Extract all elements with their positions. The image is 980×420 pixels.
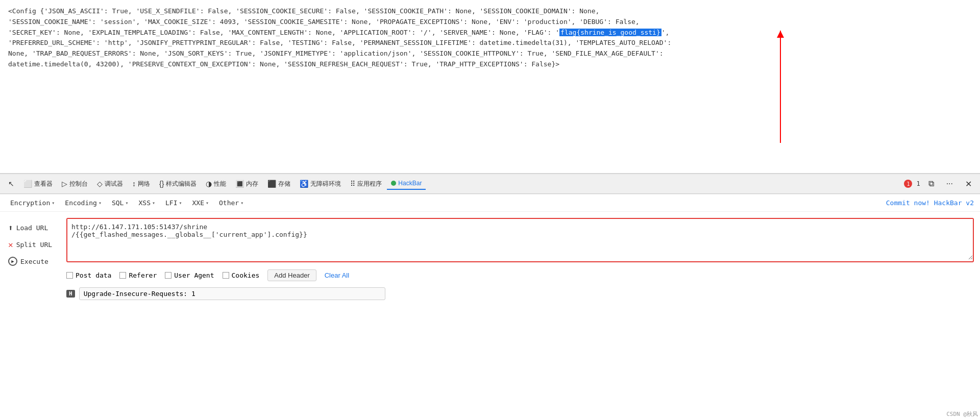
referer-option[interactable]: Referer [119, 271, 157, 279]
encoding-arrow-icon: ▾ [99, 200, 102, 206]
text-line4: 'PREFERRED_URL_SCHEME': 'http', 'JSONIFY… [8, 39, 671, 46]
inspector-label: 查看器 [34, 180, 53, 188]
header-input[interactable] [79, 287, 385, 300]
sql-arrow-icon: ▾ [125, 200, 128, 206]
accessibility-icon: ♿ [300, 180, 308, 188]
post-data-checkbox[interactable] [66, 272, 73, 279]
encryption-arrow-icon: ▾ [52, 200, 55, 206]
text-line3-after: ', [662, 29, 670, 36]
more-tools-button[interactable]: ··· [942, 177, 957, 190]
split-url-icon: ✕ [8, 240, 13, 250]
memory-icon: 🔳 [235, 180, 244, 188]
responsive-design-button[interactable]: ⧉ [924, 177, 938, 190]
hackbar-tab[interactable]: HackBar [387, 178, 426, 190]
add-header-button[interactable]: Add Header [267, 269, 316, 281]
text-line6: datetime.timedelta(0, 43200), 'PRESERVE_… [8, 60, 559, 68]
memory-tab[interactable]: 🔳 内存 [231, 178, 262, 190]
console-tab[interactable]: ▷ 控制台 [58, 178, 92, 190]
style-editor-tab[interactable]: {} 样式编辑器 [155, 178, 201, 190]
user-agent-option[interactable]: User Agent [165, 271, 214, 279]
app-programs-tab[interactable]: ⠿ 应用程序 [346, 178, 386, 190]
debugger-tab[interactable]: ◇ 调试器 [93, 178, 127, 190]
xxe-label: XXE [192, 199, 204, 207]
other-label: Other [219, 199, 239, 207]
error-badge: 1 [904, 180, 912, 188]
hackbar-menu-encoding[interactable]: Encoding ▾ [61, 197, 106, 208]
sql-label: SQL [112, 199, 124, 207]
lfi-label: LFI [165, 199, 177, 207]
header-h-badge: H [66, 290, 75, 298]
network-label: 网络 [138, 180, 150, 188]
xss-arrow-icon: ▾ [152, 200, 155, 206]
inspector-tab[interactable]: ⬜ 查看器 [19, 178, 57, 190]
console-icon: ▷ [62, 180, 67, 188]
xxe-arrow-icon: ▾ [206, 200, 209, 206]
close-devtools-button[interactable]: ✕ [961, 177, 976, 191]
cookies-checkbox[interactable] [223, 272, 229, 279]
performance-label: 性能 [214, 180, 226, 188]
hackbar-sidebar: ⬆ Load URL ✕ Split URL ▶ Execute [0, 216, 66, 305]
hackbar-menu-xss[interactable]: XSS ▾ [134, 197, 159, 208]
error-label: 1 [916, 180, 920, 187]
memory-label: 内存 [246, 180, 258, 188]
add-header-label: Add Header [274, 271, 309, 279]
load-url-button[interactable]: ⬆ Load URL [0, 220, 66, 236]
flag-highlight: flag{shrine_is_good_ssti} [559, 29, 662, 36]
execute-label: Execute [20, 258, 48, 265]
user-agent-label: User Agent [174, 271, 214, 279]
cursor-icon: ↖ [8, 180, 14, 188]
encryption-label: Encryption [10, 199, 50, 207]
text-line3-before: 'SECRET_KEY': None, 'EXPLAIN_TEMPLATE_LO… [8, 29, 559, 36]
hackbar-menu-other[interactable]: Other ▾ [215, 197, 248, 208]
hackbar-url-area: http://61.147.171.105:51437/shrine /{{ge… [66, 216, 980, 305]
accessibility-tab[interactable]: ♿ 无障碍环境 [296, 178, 345, 190]
post-data-option[interactable]: Post data [66, 271, 111, 279]
hackbar-menu-xxe[interactable]: XXE ▾ [188, 197, 213, 208]
hackbar-dot-icon [391, 181, 396, 186]
accessibility-label: 无障碍环境 [310, 180, 341, 188]
watermark: CSDN @秋风 [946, 410, 978, 418]
hackbar-menu-lfi[interactable]: LFI ▾ [161, 197, 186, 208]
cursor-tool-button[interactable]: ↖ [4, 178, 18, 190]
version-label: HackBar v2 [934, 199, 974, 207]
console-label: 控制台 [69, 180, 88, 188]
hackbar-menu-sql[interactable]: SQL ▾ [108, 197, 133, 208]
app-programs-label: 应用程序 [357, 180, 382, 188]
load-url-label: Load URL [16, 224, 48, 232]
execute-icon: ▶ [8, 257, 17, 266]
devtools-toolbar: ↖ ⬜ 查看器 ▷ 控制台 ◇ 调试器 ↕ 网络 {} 样式编辑器 ◑ 性能 🔳… [0, 174, 980, 194]
performance-tab[interactable]: ◑ 性能 [202, 178, 230, 190]
red-arrow-annotation [780, 31, 781, 143]
style-editor-icon: {} [159, 180, 164, 188]
performance-icon: ◑ [206, 180, 212, 188]
clear-all-button[interactable]: Clear All [325, 271, 349, 279]
clear-all-label: Clear All [325, 271, 349, 279]
hackbar-label: HackBar [398, 180, 422, 187]
split-url-button[interactable]: ✕ Split URL [0, 237, 66, 253]
other-arrow-icon: ▾ [240, 200, 243, 206]
style-editor-label: 样式编辑器 [166, 180, 197, 188]
watermark-text: CSDN @秋风 [946, 411, 978, 417]
cookies-option[interactable]: Cookies [223, 271, 260, 279]
hackbar-options-row: Post data Referer User Agent Cookies Add… [66, 266, 974, 284]
devtools-right-controls: 1 1 ⧉ ··· ✕ [904, 177, 976, 191]
referer-checkbox[interactable] [119, 272, 126, 279]
commit-now-button[interactable]: Commit now! HackBar v2 [886, 199, 974, 207]
content-area: <Config {'JSON_AS_ASCII': True, 'USE_X_S… [0, 0, 980, 174]
error-count: 1 [906, 181, 910, 187]
network-tab[interactable]: ↕ 网络 [128, 178, 154, 190]
hackbar-menu-row: Encryption ▾ Encoding ▾ SQL ▾ XSS ▾ LFI … [0, 194, 980, 212]
load-url-icon: ⬆ [8, 223, 13, 233]
text-line5: None, 'TRAP_BAD_REQUEST_ERRORS': None, '… [8, 50, 664, 57]
hackbar-body: ⬆ Load URL ✕ Split URL ▶ Execute http://… [0, 212, 980, 309]
url-input[interactable]: http://61.147.171.105:51437/shrine /{{ge… [67, 219, 973, 260]
hackbar-header-row: H [66, 284, 974, 303]
hackbar-menu-encryption[interactable]: Encryption ▾ [6, 197, 59, 208]
config-text: <Config {'JSON_AS_ASCII': True, 'USE_X_S… [8, 6, 972, 70]
network-icon: ↕ [132, 180, 136, 188]
storage-tab[interactable]: ⬛ 存储 [263, 178, 295, 190]
hackbar-panel: Encryption ▾ Encoding ▾ SQL ▾ XSS ▾ LFI … [0, 194, 980, 309]
debugger-label: 调试器 [105, 180, 123, 188]
user-agent-checkbox[interactable] [165, 272, 172, 279]
execute-button[interactable]: ▶ Execute [0, 254, 66, 269]
